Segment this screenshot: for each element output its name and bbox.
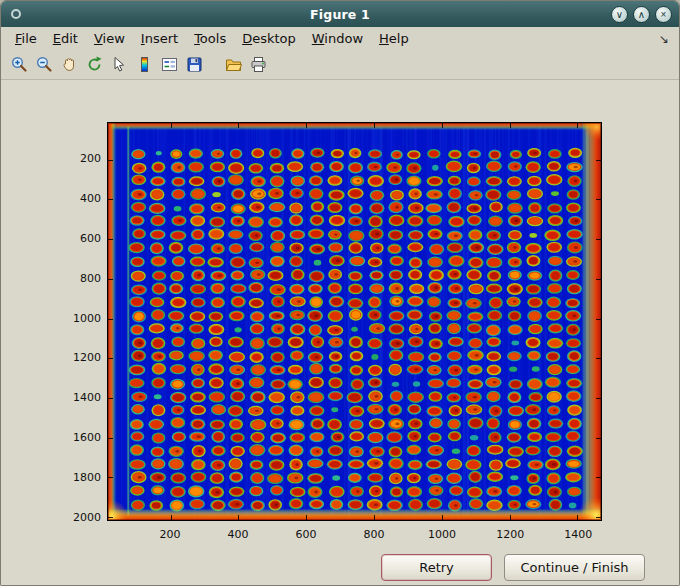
window-controls: ∨∧× [611,6,672,23]
window-menu-icon[interactable] [11,9,21,19]
menu-bar: ↘ FileEditViewInsertToolsDesktopWindowHe… [1,27,679,50]
maximize-button[interactable]: ∧ [633,6,650,23]
menu-view[interactable]: View [86,27,133,50]
x-tick-label: 1000 [420,528,464,541]
menu-help[interactable]: Help [371,27,417,50]
continue-finish-button[interactable]: Continue / Finish [504,554,645,581]
insert-legend-button[interactable] [157,53,181,77]
y-tick-label: 800 [55,272,101,285]
x-tick-label: 1400 [556,528,600,541]
edit-plot-button[interactable] [107,53,131,77]
plot-canvas[interactable] [108,123,601,520]
y-tick-label: 400 [55,192,101,205]
save-figure-button[interactable] [182,53,206,77]
plot-axes[interactable] [107,122,602,521]
insert-colorbar-button[interactable] [132,53,156,77]
open-file-button[interactable] [221,53,245,77]
toolbar [1,50,679,80]
menu-file[interactable]: File [7,27,45,50]
open-folder-icon [224,55,243,74]
zoom-out-icon [35,55,54,74]
window-title: Figure 1 [310,7,370,22]
rotate-3d-icon [85,55,104,74]
figure-area: Retry Continue / Finish 2004006008001000… [1,80,679,585]
x-tick-label: 200 [148,528,192,541]
edit-plot-arrow-icon [110,55,129,74]
hand-pan-icon [60,55,79,74]
y-tick-label: 200 [55,152,101,165]
figure-window: Figure 1 ∨∧× ↘ FileEditViewInsertToolsDe… [0,0,680,586]
rotate-3d-button[interactable] [82,53,106,77]
menu-tools[interactable]: Tools [186,27,234,50]
print-figure-button[interactable] [246,53,270,77]
y-tick-label: 1200 [55,351,101,364]
printer-icon [249,55,268,74]
zoom-in-button[interactable] [7,53,31,77]
pan-button[interactable] [57,53,81,77]
x-tick-label: 600 [284,528,328,541]
zoom-out-button[interactable] [32,53,56,77]
menu-edit[interactable]: Edit [45,27,86,50]
menu-desktop[interactable]: Desktop [234,27,304,50]
menu-insert[interactable]: Insert [133,27,186,50]
legend-icon [160,55,179,74]
title-bar[interactable]: Figure 1 ∨∧× [1,1,679,27]
retry-button[interactable]: Retry [381,554,492,581]
shade-button[interactable]: ∨ [611,6,628,23]
y-tick-label: 1600 [55,431,101,444]
y-tick-label: 2000 [55,511,101,524]
x-tick-label: 800 [352,528,396,541]
zoom-in-icon [10,55,29,74]
dock-figure-icon[interactable]: ↘ [659,32,671,46]
y-tick-label: 600 [55,232,101,245]
menu-window[interactable]: Window [304,27,371,50]
save-floppy-icon [185,55,204,74]
y-tick-label: 1800 [55,471,101,484]
x-tick-label: 1200 [488,528,532,541]
y-tick-label: 1400 [55,391,101,404]
close-button[interactable]: × [655,6,672,23]
y-tick-label: 1000 [55,312,101,325]
x-tick-label: 400 [216,528,260,541]
colorbar-icon [135,55,154,74]
